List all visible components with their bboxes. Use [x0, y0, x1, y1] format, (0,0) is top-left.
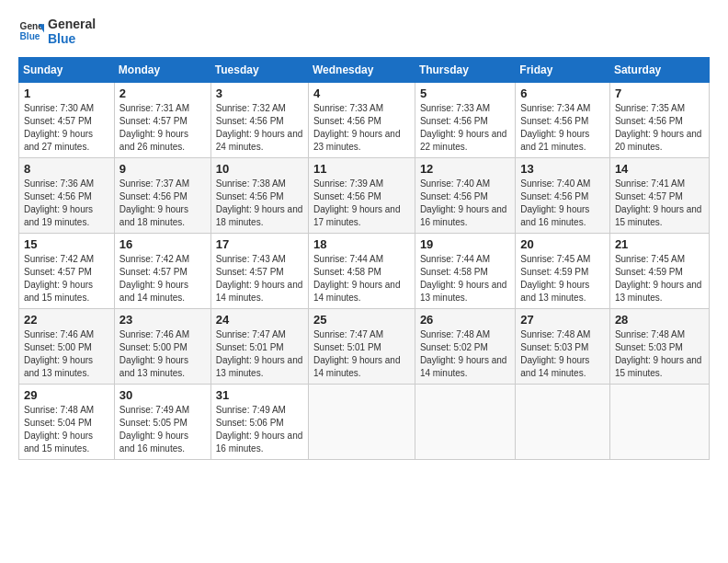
day-cell: 29 Sunrise: 7:48 AM Sunset: 5:04 PM Dayl…	[19, 385, 115, 460]
day-info: Sunrise: 7:42 AM Sunset: 4:57 PM Dayligh…	[119, 253, 206, 304]
day-info: Sunrise: 7:48 AM Sunset: 5:03 PM Dayligh…	[520, 328, 605, 380]
day-number: 21	[615, 237, 704, 251]
day-info: Sunrise: 7:46 AM Sunset: 5:00 PM Dayligh…	[24, 328, 109, 380]
day-number: 14	[615, 162, 704, 176]
day-info: Sunrise: 7:39 AM Sunset: 4:56 PM Dayligh…	[313, 178, 410, 229]
logo-icon: General Blue	[18, 18, 44, 44]
day-cell: 18 Sunrise: 7:44 AM Sunset: 4:58 PM Dayl…	[308, 234, 415, 309]
header-cell-friday: Friday	[516, 58, 610, 83]
day-number: 23	[119, 313, 206, 327]
day-number: 22	[24, 313, 109, 327]
day-info: Sunrise: 7:47 AM Sunset: 5:01 PM Dayligh…	[216, 328, 303, 380]
header-cell-monday: Monday	[114, 58, 210, 83]
day-cell: 11 Sunrise: 7:39 AM Sunset: 4:56 PM Dayl…	[308, 158, 415, 234]
day-info: Sunrise: 7:44 AM Sunset: 4:58 PM Dayligh…	[313, 253, 410, 304]
week-row-5: 29 Sunrise: 7:48 AM Sunset: 5:04 PM Dayl…	[19, 385, 710, 460]
day-info: Sunrise: 7:36 AM Sunset: 4:56 PM Dayligh…	[24, 178, 109, 229]
day-info: Sunrise: 7:47 AM Sunset: 5:01 PM Dayligh…	[313, 328, 410, 380]
day-info: Sunrise: 7:48 AM Sunset: 5:03 PM Dayligh…	[615, 328, 704, 380]
day-number: 17	[216, 237, 303, 251]
day-cell: 26 Sunrise: 7:48 AM Sunset: 5:02 PM Dayl…	[415, 309, 515, 385]
day-number: 1	[24, 86, 109, 100]
day-cell: 15 Sunrise: 7:42 AM Sunset: 4:57 PM Dayl…	[19, 234, 115, 309]
day-cell: 17 Sunrise: 7:43 AM Sunset: 4:57 PM Dayl…	[210, 234, 308, 309]
day-info: Sunrise: 7:45 AM Sunset: 4:59 PM Dayligh…	[520, 253, 605, 304]
day-cell: 1 Sunrise: 7:30 AM Sunset: 4:57 PM Dayli…	[19, 83, 115, 158]
day-cell: 20 Sunrise: 7:45 AM Sunset: 4:59 PM Dayl…	[516, 234, 610, 309]
day-number: 31	[216, 388, 303, 402]
day-cell: 19 Sunrise: 7:44 AM Sunset: 4:58 PM Dayl…	[415, 234, 515, 309]
day-cell: 28 Sunrise: 7:48 AM Sunset: 5:03 PM Dayl…	[609, 309, 709, 385]
day-cell: 16 Sunrise: 7:42 AM Sunset: 4:57 PM Dayl…	[114, 234, 210, 309]
header-row: SundayMondayTuesdayWednesdayThursdayFrid…	[19, 58, 710, 83]
day-cell: 9 Sunrise: 7:37 AM Sunset: 4:56 PM Dayli…	[114, 158, 210, 234]
day-info: Sunrise: 7:31 AM Sunset: 4:57 PM Dayligh…	[119, 102, 206, 154]
svg-text:Blue: Blue	[20, 31, 40, 41]
day-info: Sunrise: 7:48 AM Sunset: 5:02 PM Dayligh…	[420, 328, 510, 380]
day-cell: 2 Sunrise: 7:31 AM Sunset: 4:57 PM Dayli…	[114, 83, 210, 158]
header-cell-sunday: Sunday	[19, 58, 115, 83]
day-number: 7	[615, 86, 704, 100]
week-row-3: 15 Sunrise: 7:42 AM Sunset: 4:57 PM Dayl…	[19, 234, 710, 309]
day-cell: 8 Sunrise: 7:36 AM Sunset: 4:56 PM Dayli…	[19, 158, 115, 234]
calendar-table: SundayMondayTuesdayWednesdayThursdayFrid…	[18, 57, 710, 460]
day-cell: 23 Sunrise: 7:46 AM Sunset: 5:00 PM Dayl…	[114, 309, 210, 385]
day-info: Sunrise: 7:41 AM Sunset: 4:57 PM Dayligh…	[615, 178, 704, 229]
page: General Blue General Blue SundayMondayTu…	[0, 0, 728, 473]
day-cell: 27 Sunrise: 7:48 AM Sunset: 5:03 PM Dayl…	[516, 309, 610, 385]
day-number: 5	[420, 86, 510, 100]
header-cell-thursday: Thursday	[415, 58, 515, 83]
day-cell: 12 Sunrise: 7:40 AM Sunset: 4:56 PM Dayl…	[415, 158, 515, 234]
day-number: 4	[313, 86, 410, 100]
header: General Blue General Blue	[18, 17, 710, 46]
day-number: 30	[119, 388, 206, 402]
day-number: 25	[313, 313, 410, 327]
day-number: 27	[520, 313, 605, 327]
header-cell-saturday: Saturday	[609, 58, 709, 83]
day-info: Sunrise: 7:38 AM Sunset: 4:56 PM Dayligh…	[216, 178, 303, 229]
day-info: Sunrise: 7:35 AM Sunset: 4:56 PM Dayligh…	[615, 102, 704, 154]
day-cell	[609, 385, 709, 460]
day-cell: 6 Sunrise: 7:34 AM Sunset: 4:56 PM Dayli…	[516, 83, 610, 158]
day-cell: 31 Sunrise: 7:49 AM Sunset: 5:06 PM Dayl…	[210, 385, 308, 460]
day-info: Sunrise: 7:33 AM Sunset: 4:56 PM Dayligh…	[313, 102, 410, 154]
day-number: 15	[24, 237, 109, 251]
day-info: Sunrise: 7:49 AM Sunset: 5:06 PM Dayligh…	[216, 404, 303, 455]
logo-line2: Blue	[48, 31, 96, 46]
week-row-2: 8 Sunrise: 7:36 AM Sunset: 4:56 PM Dayli…	[19, 158, 710, 234]
day-cell: 10 Sunrise: 7:38 AM Sunset: 4:56 PM Dayl…	[210, 158, 308, 234]
day-number: 2	[119, 86, 206, 100]
day-cell: 4 Sunrise: 7:33 AM Sunset: 4:56 PM Dayli…	[308, 83, 415, 158]
day-number: 29	[24, 388, 109, 402]
day-info: Sunrise: 7:40 AM Sunset: 4:56 PM Dayligh…	[520, 178, 605, 229]
day-info: Sunrise: 7:30 AM Sunset: 4:57 PM Dayligh…	[24, 102, 109, 154]
day-cell: 25 Sunrise: 7:47 AM Sunset: 5:01 PM Dayl…	[308, 309, 415, 385]
day-number: 6	[520, 86, 605, 100]
header-cell-tuesday: Tuesday	[210, 58, 308, 83]
day-cell: 5 Sunrise: 7:33 AM Sunset: 4:56 PM Dayli…	[415, 83, 515, 158]
day-number: 8	[24, 162, 109, 176]
week-row-1: 1 Sunrise: 7:30 AM Sunset: 4:57 PM Dayli…	[19, 83, 710, 158]
day-info: Sunrise: 7:44 AM Sunset: 4:58 PM Dayligh…	[420, 253, 510, 304]
logo: General Blue General Blue	[18, 17, 96, 46]
day-number: 13	[520, 162, 605, 176]
day-info: Sunrise: 7:32 AM Sunset: 4:56 PM Dayligh…	[216, 102, 303, 154]
day-number: 28	[615, 313, 704, 327]
day-number: 24	[216, 313, 303, 327]
day-info: Sunrise: 7:49 AM Sunset: 5:05 PM Dayligh…	[119, 404, 206, 455]
day-cell: 24 Sunrise: 7:47 AM Sunset: 5:01 PM Dayl…	[210, 309, 308, 385]
day-cell: 30 Sunrise: 7:49 AM Sunset: 5:05 PM Dayl…	[114, 385, 210, 460]
day-info: Sunrise: 7:45 AM Sunset: 4:59 PM Dayligh…	[615, 253, 704, 304]
day-cell: 22 Sunrise: 7:46 AM Sunset: 5:00 PM Dayl…	[19, 309, 115, 385]
day-cell: 21 Sunrise: 7:45 AM Sunset: 4:59 PM Dayl…	[609, 234, 709, 309]
day-info: Sunrise: 7:42 AM Sunset: 4:57 PM Dayligh…	[24, 253, 109, 304]
day-number: 3	[216, 86, 303, 100]
day-info: Sunrise: 7:33 AM Sunset: 4:56 PM Dayligh…	[420, 102, 510, 154]
day-info: Sunrise: 7:43 AM Sunset: 4:57 PM Dayligh…	[216, 253, 303, 304]
header-cell-wednesday: Wednesday	[308, 58, 415, 83]
day-info: Sunrise: 7:37 AM Sunset: 4:56 PM Dayligh…	[119, 178, 206, 229]
day-cell	[516, 385, 610, 460]
day-number: 9	[119, 162, 206, 176]
day-info: Sunrise: 7:34 AM Sunset: 4:56 PM Dayligh…	[520, 102, 605, 154]
day-number: 16	[119, 237, 206, 251]
